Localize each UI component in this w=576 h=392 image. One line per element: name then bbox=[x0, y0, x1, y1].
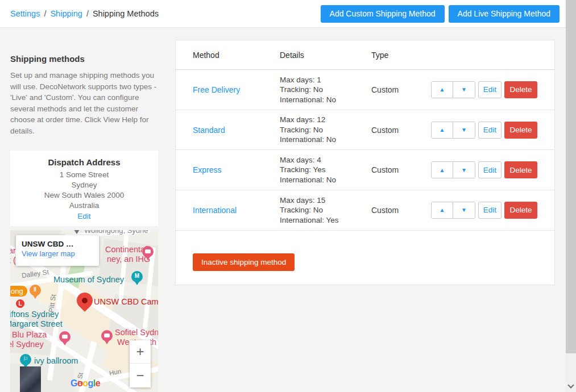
method-link[interactable]: International bbox=[193, 206, 237, 215]
type-cell: Custom bbox=[371, 126, 431, 135]
hotel-marker-icon[interactable] bbox=[142, 246, 154, 257]
breadcrumb-separator: / bbox=[44, 9, 46, 18]
breadcrumb-shipping[interactable]: Shipping bbox=[50, 9, 82, 18]
map-poi-label: ar bbox=[10, 246, 16, 255]
map-poi-label[interactable]: Sofitel Sydn bbox=[115, 328, 158, 337]
map-poi-label: t ( bbox=[10, 256, 16, 265]
move-up-button[interactable]: ▲ bbox=[432, 202, 453, 218]
row-actions: ▲ ▼ Edit Delete bbox=[431, 122, 537, 139]
delete-button[interactable]: Delete bbox=[504, 161, 537, 178]
map-poi-label[interactable]: UNSW CBD Campu bbox=[94, 297, 158, 306]
add-live-shipping-method-button[interactable]: Add Live Shipping Method bbox=[449, 5, 560, 23]
type-cell: Custom bbox=[371, 206, 431, 215]
table-body: Free Delivery Max days: 1Tracking: NoInt… bbox=[176, 70, 554, 231]
delete-button[interactable]: Delete bbox=[504, 122, 537, 139]
reorder-button-group: ▲ ▼ bbox=[431, 161, 475, 178]
dispatch-address-line: New South Wales 2000 bbox=[10, 190, 158, 201]
column-header-type: Type bbox=[371, 51, 537, 60]
move-down-button[interactable]: ▼ bbox=[453, 162, 475, 178]
map-info-window: UNSW CBD … View larger map bbox=[16, 235, 99, 266]
l-badge-icon[interactable]: L bbox=[16, 299, 24, 308]
delete-button[interactable]: Delete bbox=[504, 202, 537, 219]
move-down-button[interactable]: ▼ bbox=[453, 122, 475, 138]
breadcrumb-settings[interactable]: Settings bbox=[10, 9, 40, 18]
method-link[interactable]: Free Delivery bbox=[193, 85, 240, 94]
edit-button[interactable]: Edit bbox=[478, 202, 502, 219]
add-custom-shipping-method-button[interactable]: Add Custom Shipping Method bbox=[321, 5, 445, 23]
scrollbar-thumb[interactable] bbox=[566, 0, 576, 353]
zoom-in-button[interactable]: + bbox=[130, 340, 151, 364]
detail-line: Max days: 1 bbox=[280, 75, 371, 85]
move-up-button[interactable]: ▲ bbox=[432, 122, 453, 138]
map-poi-label[interactable]: tel Sydney bbox=[10, 340, 44, 349]
street-photo-thumbnail[interactable] bbox=[20, 366, 41, 392]
map-poi-label[interactable]: ivy ballroom bbox=[34, 356, 78, 365]
detail-line: Tracking: No bbox=[280, 125, 371, 135]
map-poi-label[interactable]: ong bbox=[10, 286, 27, 297]
detail-line: Tracking: No bbox=[280, 205, 371, 215]
row-actions: ▲ ▼ Edit Delete bbox=[431, 161, 537, 178]
details-cell: Max days: 15Tracking: NoInternational: Y… bbox=[280, 195, 371, 226]
method-link[interactable]: Express bbox=[193, 165, 222, 174]
type-cell: Custom bbox=[371, 85, 431, 94]
inactive-shipping-method-button[interactable]: Inactive shipping method bbox=[193, 253, 295, 271]
breadcrumb-current: Shipping Methods bbox=[93, 9, 159, 18]
table-row: International Max days: 15Tracking: NoIn… bbox=[176, 190, 554, 231]
detail-line: International: No bbox=[280, 95, 371, 105]
detail-line: Max days: 15 bbox=[280, 195, 371, 206]
museum-marker-icon[interactable]: M bbox=[131, 271, 143, 282]
google-logo-letter: G bbox=[71, 378, 77, 388]
zoom-out-button[interactable]: − bbox=[130, 364, 151, 387]
restaurant-marker-icon[interactable]: ‖ bbox=[30, 285, 41, 296]
move-up-button[interactable]: ▲ bbox=[432, 162, 453, 178]
dispatch-address-line: 1 Some Street bbox=[10, 170, 158, 180]
move-up-button[interactable]: ▲ bbox=[432, 82, 453, 98]
breadcrumb: Settings / Shipping / Shipping Methods bbox=[10, 9, 159, 18]
view-larger-map-link[interactable]: View larger map bbox=[22, 249, 75, 258]
move-down-button[interactable]: ▼ bbox=[453, 202, 475, 218]
map-poi-label[interactable]: Continental bbox=[105, 245, 147, 254]
detail-line: Tracking: Yes bbox=[280, 165, 371, 175]
hotel-marker-icon[interactable] bbox=[59, 331, 71, 343]
type-cell: Custom bbox=[371, 165, 431, 174]
sidebar-title: Shipping methods bbox=[10, 54, 158, 64]
reorder-button-group: ▲ ▼ bbox=[431, 81, 475, 98]
hotel-marker-icon[interactable] bbox=[101, 330, 113, 341]
google-logo[interactable]: Google bbox=[71, 378, 100, 389]
map-poi-label[interactable]: liftons Sydney bbox=[10, 310, 59, 319]
scrollbar-down-arrow-icon[interactable] bbox=[569, 383, 573, 387]
map-poi-label[interactable]: n Blu Plaza bbox=[10, 330, 47, 339]
dispatch-address-edit-link[interactable]: Edit bbox=[77, 212, 90, 220]
google-logo-letter: e bbox=[96, 378, 100, 388]
map-poi-label[interactable]: Margaret Street bbox=[10, 319, 63, 328]
move-down-button[interactable]: ▼ bbox=[453, 82, 475, 98]
row-actions: ▲ ▼ Edit Delete bbox=[431, 81, 537, 98]
details-cell: Max days: 4Tracking: YesInternational: N… bbox=[280, 155, 371, 185]
delete-button[interactable]: Delete bbox=[504, 81, 537, 98]
map-poi-label[interactable]: Museum of Sydney bbox=[53, 275, 124, 284]
map-info-title: UNSW CBD … bbox=[22, 240, 93, 248]
detail-line: International: No bbox=[280, 135, 371, 145]
detail-line: Tracking: No bbox=[280, 85, 371, 95]
table-row: Standard Max days: 12Tracking: NoInterna… bbox=[176, 110, 554, 151]
venue-marker-icon[interactable]: ⚐ bbox=[20, 354, 31, 365]
detail-line: Max days: 4 bbox=[280, 155, 371, 165]
detail-line: Max days: 12 bbox=[280, 115, 371, 125]
detail-line: International: Yes bbox=[280, 215, 371, 226]
edit-button[interactable]: Edit bbox=[478, 161, 502, 178]
google-map[interactable]: Wollongong, Sydne UNSW CBD … View larger… bbox=[10, 230, 158, 392]
dispatch-address-title: Dispatch Address bbox=[10, 157, 158, 167]
breadcrumb-separator: / bbox=[86, 9, 89, 18]
page-content: Shipping methods Set up and manage shipp… bbox=[0, 28, 566, 392]
top-bar: Settings / Shipping / Shipping Methods A… bbox=[0, 0, 566, 28]
column-header-details: Details bbox=[280, 51, 371, 60]
edit-button[interactable]: Edit bbox=[478, 81, 502, 98]
dispatch-address-line: Sydney bbox=[10, 180, 158, 190]
details-cell: Max days: 1Tracking: NoInternational: No bbox=[280, 75, 371, 105]
sidebar-description: Set up and manage shipping methods you w… bbox=[10, 70, 159, 136]
google-logo-letter: g bbox=[88, 378, 93, 388]
shipping-methods-card: Method Details Type Free Delivery Max da… bbox=[175, 40, 555, 285]
edit-button[interactable]: Edit bbox=[478, 122, 502, 139]
method-link[interactable]: Standard bbox=[193, 126, 225, 135]
google-logo-letter: o bbox=[82, 378, 88, 388]
